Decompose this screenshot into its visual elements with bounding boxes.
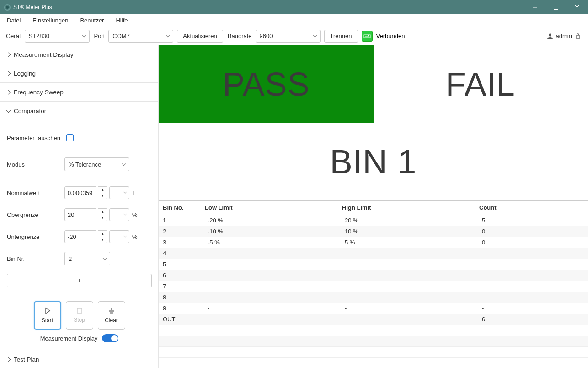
upper-input[interactable]: 20 [64,208,96,221]
bin-table-wrap[interactable]: Bin No. Low Limit High Limit Count 1-20 … [159,201,588,368]
menu-bar: Datei Einstellungen Benutzer Hilfe [0,14,588,27]
device-dropdown[interactable]: ST2830 [25,30,90,43]
col-high[interactable]: High Limit [342,201,479,215]
swap-checkbox[interactable] [66,134,74,141]
panel-frequency-sweep[interactable]: Frequency Sweep [0,83,158,101]
maximize-button[interactable] [545,0,567,14]
connection-status-icon [362,31,373,42]
window-title: ST® Meter Plus [13,4,524,11]
measurement-display-label: Measurement Display [40,335,98,342]
upper-unit-dropdown[interactable] [109,208,129,221]
unlock-icon [575,33,581,39]
pass-indicator: PASS [159,45,374,123]
upper-label: Obergrenze [7,211,61,218]
play-icon [44,307,51,314]
lower-unit-dropdown[interactable] [109,230,129,243]
table-row[interactable]: 9--- [159,303,588,314]
port-label: Port [93,32,105,39]
lower-spinner[interactable]: ▲▼ [98,230,107,243]
close-button[interactable] [567,0,588,14]
col-count[interactable]: Count [479,201,588,215]
main-area: PASS FAIL BIN 1 Bin No. Low Limit High L… [159,45,588,368]
menu-file[interactable]: Datei [5,15,22,26]
connection-status-text: Verbunden [376,32,405,39]
binno-label: Bin Nr. [7,255,61,262]
baud-dropdown[interactable]: 9600 [256,30,321,43]
app-icon [4,4,11,11]
baud-label: Baudrate [227,32,252,39]
table-row[interactable]: 3-5 %5 %0 [159,237,588,248]
toolbar: Gerät ST2830 Port COM7 Aktualisieren Bau… [0,27,588,45]
svg-rect-9 [77,308,82,313]
table-row[interactable]: 5--- [159,259,588,270]
table-row[interactable]: 4--- [159,248,588,259]
nominal-spinner[interactable]: ▲▼ [98,186,107,199]
svg-rect-11 [110,310,113,312]
table-row[interactable]: 6--- [159,270,588,281]
menu-help[interactable]: Hilfe [114,15,129,26]
minimize-button[interactable] [524,0,545,14]
fail-indicator: FAIL [374,45,588,123]
svg-marker-8 [46,308,50,314]
start-button[interactable]: Start [34,301,61,330]
table-row[interactable] [159,325,588,336]
measurement-display-toggle[interactable] [102,334,118,342]
col-low[interactable]: Low Limit [205,201,342,215]
sidebar: Measurement Display Logging Frequency Sw… [0,45,159,368]
device-label: Gerät [5,32,21,39]
svg-point-6 [549,33,551,36]
panel-comparator[interactable]: Comparator [0,102,158,120]
upper-unit: % [132,211,139,218]
svg-rect-1 [554,5,558,10]
table-row[interactable]: 7--- [159,281,588,292]
comparator-body: Parameter tauschen Modus % Tolerance Nom… [0,120,158,350]
user-name: admin [556,32,572,39]
refresh-button[interactable]: Aktualisieren [177,30,223,43]
table-row[interactable]: OUT6 [159,314,588,325]
mode-label: Modus [7,161,61,168]
lower-label: Untergrenze [7,233,61,240]
port-dropdown[interactable]: COM7 [108,30,173,43]
nominal-unit-dropdown[interactable] [109,186,129,199]
menu-user[interactable]: Benutzer [78,15,106,26]
table-row[interactable]: 8--- [159,292,588,303]
lower-input[interactable]: -20 [64,230,96,243]
table-row[interactable]: 2-10 %10 %0 [159,226,588,237]
bin-indicator: BIN 1 [159,123,588,201]
svg-rect-7 [576,36,580,38]
stop-button[interactable]: Stop [66,301,93,330]
disconnect-button[interactable]: Trennen [324,30,358,43]
broom-icon [108,307,115,314]
add-bin-button[interactable]: + [7,274,152,287]
nominal-input[interactable]: 0.000359 [64,186,96,199]
col-bin[interactable]: Bin No. [159,201,205,215]
mode-dropdown[interactable]: % Tolerance [64,157,129,171]
panel-measurement-display[interactable]: Measurement Display [0,45,158,64]
table-row[interactable] [159,346,588,357]
table-row[interactable]: 1-20 %20 %5 [159,215,588,226]
clear-button[interactable]: Clear [98,301,125,330]
title-bar: ST® Meter Plus [0,0,588,14]
bin-table: Bin No. Low Limit High Limit Count 1-20 … [159,201,588,358]
panel-logging[interactable]: Logging [0,64,158,82]
user-icon [547,33,553,39]
lower-unit: % [132,233,139,240]
menu-settings[interactable]: Einstellungen [31,15,70,26]
user-box[interactable]: admin [547,32,583,39]
upper-spinner[interactable]: ▲▼ [98,208,107,221]
swap-label: Parameter tauschen [7,135,61,141]
binno-dropdown[interactable]: 2 [64,252,110,265]
stop-icon [76,308,83,314]
panel-test-plan[interactable]: Test Plan [0,350,158,368]
nominal-label: Nominalwert [7,189,61,196]
table-row[interactable] [159,336,588,346]
nominal-unit: F [132,189,139,196]
